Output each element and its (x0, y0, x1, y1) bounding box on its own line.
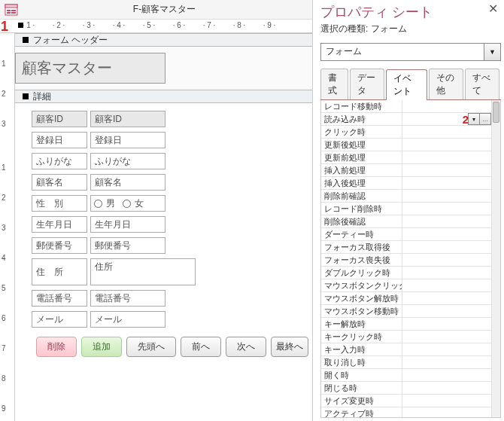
property-value[interactable] (402, 395, 491, 407)
tab-data[interactable]: データ (350, 69, 384, 99)
scrollbar[interactable] (491, 100, 500, 417)
field-control[interactable]: 生年月日 (90, 216, 165, 233)
property-row[interactable]: 開く時 (321, 369, 491, 382)
property-value[interactable] (402, 407, 491, 417)
property-value[interactable] (402, 305, 491, 317)
field-label[interactable]: 生年月日 (32, 216, 87, 233)
field-label[interactable]: 性 別 (32, 195, 87, 212)
property-row[interactable]: クリック時 (321, 126, 491, 139)
property-row[interactable]: フォーカス喪失後 (321, 254, 491, 267)
property-row[interactable]: 閉じる時 (321, 382, 491, 395)
detail-section-bar[interactable]: 詳細 (15, 90, 312, 103)
field-label[interactable]: ふりがな (32, 153, 87, 169)
property-row[interactable]: レコード移動時 (321, 100, 491, 113)
field-control[interactable]: 登録日 (90, 132, 165, 148)
detail-section[interactable]: 顧客ID顧客ID登録日登録日ふりがなふりがな顧客名顧客名性 別男女生年月日生年月… (15, 103, 312, 357)
close-icon[interactable]: ✕ (485, 3, 501, 15)
delete-button[interactable]: 削除 (36, 337, 77, 357)
property-row[interactable]: ダブルクリック時 (321, 267, 491, 279)
property-row[interactable]: マウスボタン解放時 (321, 292, 491, 305)
property-row[interactable]: 挿入前処理 (321, 164, 491, 177)
property-row[interactable]: 取り消し時 (321, 356, 491, 369)
property-value[interactable] (402, 267, 491, 279)
property-row[interactable]: 削除後確認 (321, 215, 491, 228)
scrollbar-thumb[interactable] (493, 102, 499, 123)
property-value[interactable] (402, 369, 491, 381)
dropdown-icon[interactable]: ▼ (484, 43, 501, 61)
property-value[interactable] (402, 190, 491, 202)
property-value[interactable] (402, 241, 491, 253)
field-row: メールメール (32, 311, 312, 328)
tab-all[interactable]: すべて (465, 69, 499, 99)
property-value[interactable] (402, 126, 491, 138)
property-row[interactable]: 更新後処理 (321, 139, 491, 151)
object-selector[interactable]: フォーム ▼ (320, 43, 501, 61)
field-label[interactable]: 登録日 (32, 132, 87, 148)
property-row[interactable]: アクティブ時 (321, 407, 491, 417)
design-surface[interactable]: フォーム ヘッダー 顧客マスター 詳細 顧客ID顧客ID登録日登録日ふりがなふり… (15, 33, 312, 421)
property-row[interactable]: サイズ変更時 (321, 395, 491, 407)
property-value[interactable] (402, 318, 491, 330)
property-value[interactable] (402, 279, 491, 291)
property-value[interactable] (402, 254, 491, 266)
tab-event[interactable]: イベント (386, 69, 427, 100)
property-row[interactable]: キー入力時 (321, 343, 491, 356)
next-button[interactable]: 次へ (226, 337, 266, 357)
field-label[interactable]: 郵便番号 (32, 237, 87, 254)
property-value[interactable] (402, 151, 491, 163)
tab-format[interactable]: 書式 (320, 69, 348, 99)
field-control[interactable]: 顧客ID (90, 111, 165, 127)
field-label[interactable]: 顧客名 (32, 174, 87, 191)
radio-icon[interactable] (123, 200, 131, 208)
property-row[interactable]: マウスボタン移動時 (321, 305, 491, 318)
property-row[interactable]: キークリック時 (321, 331, 491, 343)
property-value[interactable] (402, 343, 491, 355)
property-dropdown-icon[interactable]: ▾ (468, 113, 480, 125)
field-control[interactable]: 郵便番号 (90, 237, 165, 254)
property-value[interactable]: ▾…2 (402, 113, 491, 125)
ruler-tick: 5 (2, 284, 6, 292)
property-row[interactable]: 更新前処理 (321, 151, 491, 164)
field-control[interactable]: メール (90, 311, 165, 328)
field-control[interactable]: 電話番号 (90, 290, 165, 307)
property-name: アクティブ時 (321, 407, 402, 417)
prev-button[interactable]: 前へ (181, 337, 221, 357)
property-value[interactable] (402, 382, 491, 394)
field-control[interactable]: 住所 (90, 258, 196, 285)
property-value[interactable] (402, 100, 491, 112)
field-control[interactable]: 顧客名 (90, 174, 165, 191)
property-value[interactable] (402, 331, 491, 343)
gender-option-group[interactable]: 男女 (90, 195, 165, 212)
object-selector-input[interactable]: フォーム (320, 43, 484, 61)
property-value[interactable] (402, 228, 491, 240)
property-value[interactable] (402, 292, 491, 304)
add-button[interactable]: 追加 (81, 337, 122, 357)
property-row[interactable]: フォーカス取得後 (321, 241, 491, 254)
property-row[interactable]: キー解放時 (321, 318, 491, 331)
last-button[interactable]: 最終へ (271, 337, 308, 357)
property-row[interactable]: マウスボタンクリック時 (321, 279, 491, 292)
property-row[interactable]: 挿入後処理 (321, 177, 491, 190)
property-value[interactable] (402, 177, 491, 189)
property-value[interactable] (402, 203, 491, 215)
property-row[interactable]: レコード削除時 (321, 203, 491, 215)
property-row[interactable]: ダーティー時 (321, 228, 491, 241)
radio-icon[interactable] (94, 200, 102, 208)
property-row[interactable]: 削除前確認 (321, 190, 491, 203)
field-label[interactable]: メール (32, 311, 87, 328)
property-value[interactable] (402, 164, 491, 176)
property-builder-icon[interactable]: … (479, 113, 491, 125)
field-label[interactable]: 顧客ID (32, 111, 87, 127)
tab-other[interactable]: その他 (429, 69, 463, 99)
field-label[interactable]: 電話番号 (32, 290, 87, 307)
form-title-label[interactable]: 顧客マスター (15, 53, 165, 84)
property-value[interactable] (402, 139, 491, 151)
field-label[interactable]: 住 所 (32, 258, 87, 285)
field-control[interactable]: ふりがな (90, 153, 165, 169)
property-row[interactable]: 読み込み時▾…2 (321, 113, 491, 126)
first-button[interactable]: 先頭へ (126, 337, 176, 357)
property-value[interactable] (402, 356, 491, 368)
form-header-section[interactable]: 顧客マスター (15, 47, 312, 90)
property-value[interactable] (402, 215, 491, 227)
form-header-section-bar[interactable]: フォーム ヘッダー (15, 33, 312, 47)
